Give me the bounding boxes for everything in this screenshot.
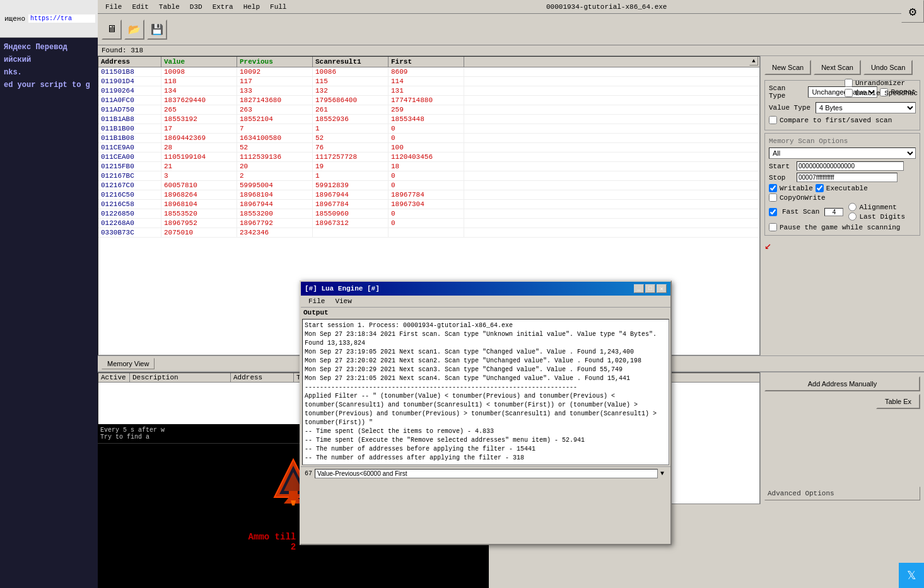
browser-address: https://tra — [28, 14, 95, 23]
browser-text-1: Яндекс Перевод — [4, 43, 94, 52]
lua-close-button[interactable]: ✕ — [657, 284, 667, 293]
table-row[interactable]: 012268A01896795218967792189673120 — [98, 219, 759, 228]
lua-minimize-button[interactable]: _ — [634, 284, 644, 293]
executable-checkbox[interactable] — [816, 184, 824, 192]
address-cell: 011B1B00 — [98, 124, 161, 133]
twitter-icon[interactable]: 𝕏 — [899, 563, 924, 588]
value-cell: 2075010 — [161, 228, 237, 237]
menu-file[interactable]: File — [100, 2, 127, 12]
table-row[interactable]: 01216C5018968264189681041896794418967784 — [98, 190, 759, 200]
fast-scan-value[interactable] — [824, 208, 843, 216]
browser-toolbar: ищено https://tra — [0, 0, 98, 38]
table-ext-button[interactable]: Table Ex — [876, 394, 920, 409]
value-cell: 1827143680 — [237, 96, 313, 105]
col-header-scanresult1[interactable]: Scanresult1 — [313, 57, 389, 67]
table-row[interactable]: 011B1AB818553192185521041855293618553448 — [98, 115, 759, 124]
value-cell: 60057810 — [161, 181, 237, 190]
table-row[interactable]: 0330B73C20750102342346 — [98, 228, 759, 238]
folder-icon[interactable]: 📂 — [124, 20, 144, 40]
table-row[interactable]: 011B1B0017710 — [98, 124, 759, 134]
table-row[interactable]: 011A0FC018376294401827143680179568640017… — [98, 96, 759, 105]
settings-gear-icon[interactable]: ⚙ — [901, 0, 924, 23]
monitor-icon[interactable]: 🖥 — [102, 20, 122, 40]
address-cell: 01216C58 — [98, 200, 161, 209]
browser-panel: ищено https://tra Яндекс Перевод ийский … — [0, 0, 98, 588]
stop-input[interactable] — [797, 173, 898, 182]
col-header-value[interactable]: Value — [161, 57, 237, 67]
speedhac-checkbox[interactable] — [845, 89, 853, 97]
value-type-select[interactable]: 4 Bytes — [816, 102, 916, 113]
fast-scan-checkbox[interactable] — [769, 208, 777, 216]
writable-checkbox[interactable] — [769, 184, 777, 192]
lua-restore-button[interactable]: □ — [645, 284, 655, 293]
col-header-first[interactable]: First — [389, 57, 464, 67]
value-cell: 131 — [389, 86, 464, 95]
writable-row: Writable Executable — [769, 184, 916, 192]
lua-log-line: -- Time spent (Select the items to remov… — [305, 427, 667, 436]
value-cell: 18968104 — [237, 190, 313, 199]
table-row[interactable]: 011CE9A0285276100 — [98, 143, 759, 153]
undo-scan-button[interactable]: Undo Scan — [863, 60, 913, 75]
table-row[interactable]: 012167C06005781059995004599128390 — [98, 181, 759, 190]
table-row[interactable]: 01216C5818968104189679441896778418967304 — [98, 200, 759, 209]
browser-text-2: ийский — [4, 55, 94, 64]
pause-checkbox[interactable] — [769, 223, 777, 231]
value-cell: 18552936 — [313, 115, 389, 124]
value-cell: 114 — [389, 77, 464, 86]
value-cell: 18550960 — [313, 209, 389, 218]
table-row[interactable]: 011B1B0818694423691634100580520 — [98, 134, 759, 143]
table-row[interactable]: 01215FB021201918 — [98, 162, 759, 171]
value-cell: 115 — [313, 77, 389, 86]
table-row[interactable]: 011501B81009810092100868609 — [98, 67, 759, 77]
table-row[interactable]: 012167BC3210 — [98, 171, 759, 181]
description-col[interactable]: Description — [130, 373, 231, 382]
new-scan-button[interactable]: New Scan — [764, 60, 811, 75]
lua-output: Start session 1. Process: 00001934-gtuto… — [302, 319, 669, 465]
menu-d3d[interactable]: D3D — [185, 2, 208, 12]
alignment-radio[interactable] — [848, 203, 857, 211]
active-col[interactable]: Active — [98, 373, 130, 382]
lua-menu-view[interactable]: View — [330, 297, 356, 306]
value-cell: 18968104 — [161, 200, 237, 209]
address-cell: 011CEA00 — [98, 153, 161, 161]
copyonwrite-label: CopyOnWrite — [780, 194, 826, 202]
menu-extra[interactable]: Extra — [208, 2, 238, 12]
value-cell: 0 — [389, 219, 464, 228]
toolbar: 🖥 📂 💾 — [98, 14, 924, 45]
value-cell: 261 — [313, 105, 389, 114]
add-address-button[interactable]: Add Address Manually — [764, 376, 920, 391]
lua-menu-file[interactable]: File — [303, 297, 330, 306]
value-cell: 18968264 — [161, 190, 237, 199]
address-cell: 011B1AB8 — [98, 115, 161, 124]
advanced-options-button[interactable]: Advanced Options — [764, 487, 920, 500]
menu-edit[interactable]: Edit — [127, 2, 153, 12]
save-icon[interactable]: 💾 — [147, 20, 167, 40]
pause-row: Pause the game while scanning — [769, 223, 916, 231]
table-row[interactable]: 012268501855352018553200185509600 — [98, 209, 759, 219]
scroll-up-btn[interactable]: ▲ — [749, 57, 758, 66]
value-cell: 100 — [389, 143, 464, 152]
menu-full[interactable]: Full — [265, 2, 291, 12]
address-cell: 011AD750 — [98, 105, 161, 114]
memory-view-button[interactable]: Memory View — [102, 358, 155, 369]
last-digits-radio[interactable] — [848, 212, 857, 221]
table-row[interactable]: 011CEA0011051991041112539136111725772811… — [98, 153, 759, 162]
table-row[interactable]: 011AD750265263261259 — [98, 105, 759, 115]
table-row[interactable]: 011901D4118117115114 — [98, 77, 759, 86]
col-header-previous[interactable]: Previous — [237, 57, 313, 67]
value-cell: 52 — [313, 134, 389, 142]
address-col[interactable]: Address — [231, 373, 294, 382]
start-input[interactable] — [797, 161, 904, 171]
next-scan-button[interactable]: Next Scan — [814, 60, 861, 75]
menu-table[interactable]: Table — [154, 2, 185, 12]
value-cell: 259 — [389, 105, 464, 114]
browser-text-4: ed your script to g — [4, 81, 94, 89]
memory-all-select[interactable]: All — [769, 147, 916, 159]
compare-checkbox[interactable] — [769, 116, 777, 124]
copyonwrite-checkbox[interactable] — [769, 193, 777, 202]
col-header-address[interactable]: Address — [98, 57, 161, 67]
menu-help[interactable]: Help — [238, 2, 265, 12]
table-row[interactable]: 01190264134133132131 — [98, 86, 759, 96]
unrandomizer-checkbox[interactable] — [845, 79, 853, 87]
lua-status-input[interactable] — [315, 469, 658, 478]
